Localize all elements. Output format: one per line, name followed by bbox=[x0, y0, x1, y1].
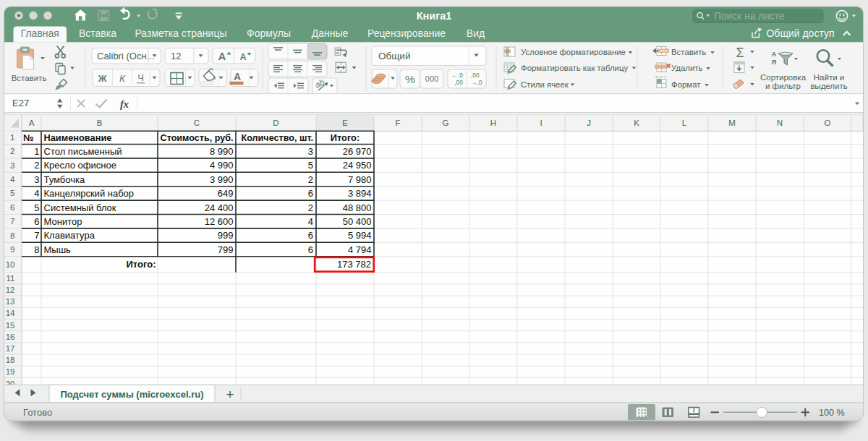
svg-text:Стили ячеек: Стили ячеек bbox=[521, 80, 569, 89]
svg-text:Тумбочка: Тумбочка bbox=[44, 174, 85, 185]
svg-text:Вставить: Вставить bbox=[12, 74, 47, 82]
svg-text:I: I bbox=[540, 119, 542, 127]
svg-text:А: А bbox=[772, 50, 777, 58]
svg-text:L: L bbox=[682, 119, 687, 127]
svg-text:→,0: →,0 bbox=[471, 79, 482, 86]
svg-text:N: N bbox=[777, 119, 783, 127]
svg-text:Вид: Вид bbox=[467, 27, 485, 39]
svg-text:D: D bbox=[273, 119, 278, 127]
svg-text:E: E bbox=[342, 119, 348, 127]
svg-text:12: 12 bbox=[171, 51, 181, 61]
svg-text:%: % bbox=[405, 73, 415, 85]
svg-text:+: + bbox=[226, 387, 234, 402]
svg-text:15: 15 bbox=[6, 321, 15, 330]
svg-text:Данные: Данные bbox=[312, 27, 349, 39]
svg-text:2: 2 bbox=[10, 147, 14, 155]
svg-text:Разметка страницы: Разметка страницы bbox=[135, 27, 226, 39]
svg-text:C: C bbox=[194, 119, 200, 127]
svg-text:fx: fx bbox=[120, 98, 129, 110]
svg-text:8 990: 8 990 bbox=[210, 146, 234, 157]
svg-text:Общий доступ: Общий доступ bbox=[766, 27, 834, 39]
svg-text:50 400: 50 400 bbox=[343, 216, 372, 227]
svg-text:Общий: Общий bbox=[378, 51, 410, 61]
svg-text:4: 4 bbox=[10, 175, 15, 184]
svg-text:H: H bbox=[490, 119, 496, 127]
svg-text:13: 13 bbox=[6, 297, 15, 306]
svg-text:6: 6 bbox=[308, 188, 313, 199]
svg-text:5: 5 bbox=[10, 189, 14, 197]
svg-text:5: 5 bbox=[34, 202, 39, 213]
svg-text:10: 10 bbox=[6, 260, 15, 269]
svg-text:M: M bbox=[728, 119, 736, 127]
svg-text:Кресло офисное: Кресло офисное bbox=[44, 160, 116, 171]
svg-text:000: 000 bbox=[425, 74, 438, 83]
svg-text:6: 6 bbox=[308, 244, 313, 255]
svg-text:Ч: Ч bbox=[137, 72, 144, 83]
svg-text:11: 11 bbox=[7, 274, 15, 283]
svg-text:G: G bbox=[443, 119, 449, 127]
svg-text:4: 4 bbox=[308, 216, 313, 227]
svg-text:9: 9 bbox=[10, 245, 14, 254]
svg-text:Форматировать как таблицу: Форматировать как таблицу bbox=[521, 64, 629, 72]
svg-text:3: 3 bbox=[10, 161, 14, 170]
svg-text:Готово: Готово bbox=[23, 407, 52, 418]
svg-text:173 782: 173 782 bbox=[337, 259, 371, 270]
svg-text:,00: ,00 bbox=[471, 72, 480, 79]
svg-text:O: O bbox=[825, 119, 831, 127]
svg-text:Монитор: Монитор bbox=[44, 216, 82, 227]
svg-text:Calibri (Осн...: Calibri (Осн... bbox=[97, 51, 154, 61]
svg-text:6: 6 bbox=[10, 203, 14, 212]
svg-text:Найти и: Найти и bbox=[814, 73, 844, 82]
svg-text:4: 4 bbox=[34, 188, 39, 199]
svg-text:Ж: Ж bbox=[98, 73, 107, 84]
svg-text:7: 7 bbox=[34, 230, 39, 241]
svg-text:Вставка: Вставка bbox=[79, 27, 116, 39]
svg-text:48 800: 48 800 bbox=[343, 202, 372, 213]
svg-text:и фильтр: и фильтр bbox=[765, 82, 801, 90]
svg-text:6: 6 bbox=[308, 230, 313, 241]
svg-text:F: F bbox=[395, 119, 400, 127]
svg-text:Главная: Главная bbox=[21, 27, 59, 39]
svg-text:Подсчет суммы (microexcel.ru): Подсчет суммы (microexcel.ru) bbox=[60, 389, 203, 400]
svg-text:8: 8 bbox=[10, 231, 14, 240]
svg-text:3: 3 bbox=[308, 146, 313, 157]
svg-text:16: 16 bbox=[6, 333, 15, 341]
svg-text:4 990: 4 990 bbox=[210, 160, 234, 171]
svg-text:100 %: 100 % bbox=[819, 408, 845, 418]
svg-text:17: 17 bbox=[6, 344, 15, 353]
svg-text:12 600: 12 600 bbox=[205, 216, 234, 227]
svg-text:3: 3 bbox=[34, 174, 39, 185]
svg-text:Я: Я bbox=[772, 58, 777, 66]
svg-text:3 990: 3 990 bbox=[210, 174, 234, 185]
svg-text:Формулы: Формулы bbox=[247, 27, 291, 39]
svg-text:6: 6 bbox=[34, 216, 39, 227]
svg-text:B: B bbox=[97, 119, 103, 127]
svg-text:5 994: 5 994 bbox=[348, 230, 372, 241]
svg-text:Поиск на листе: Поиск на листе bbox=[714, 11, 785, 22]
svg-text:2: 2 bbox=[308, 174, 313, 185]
svg-text:K: K bbox=[634, 119, 639, 127]
svg-text:26 970: 26 970 bbox=[343, 146, 372, 157]
svg-text:8: 8 bbox=[34, 244, 39, 255]
svg-text:24 950: 24 950 bbox=[343, 160, 372, 171]
svg-text:Формат: Формат bbox=[671, 80, 701, 89]
svg-text:А: А bbox=[234, 71, 241, 82]
svg-text:выделить: выделить bbox=[810, 82, 848, 90]
svg-text:2: 2 bbox=[308, 202, 313, 213]
svg-text:12: 12 bbox=[6, 286, 15, 294]
svg-text:Сортировка: Сортировка bbox=[760, 73, 807, 82]
svg-text:J: J bbox=[587, 119, 591, 127]
svg-text:E27: E27 bbox=[12, 98, 29, 108]
svg-text:19: 19 bbox=[6, 367, 15, 376]
svg-text:Книга1: Книга1 bbox=[417, 10, 452, 22]
svg-text:Клавиатура: Клавиатура bbox=[44, 230, 95, 241]
svg-text:799: 799 bbox=[218, 244, 234, 255]
svg-text:Стол письменный: Стол письменный bbox=[44, 146, 122, 157]
svg-text:3 894: 3 894 bbox=[348, 188, 372, 199]
svg-text:999: 999 bbox=[218, 230, 234, 241]
svg-text:,00: ,00 bbox=[454, 79, 463, 86]
svg-text:А: А bbox=[218, 51, 226, 62]
svg-text:Системный блок: Системный блок bbox=[44, 202, 116, 213]
svg-text:№: № bbox=[23, 132, 33, 143]
svg-text:7: 7 bbox=[10, 217, 14, 226]
